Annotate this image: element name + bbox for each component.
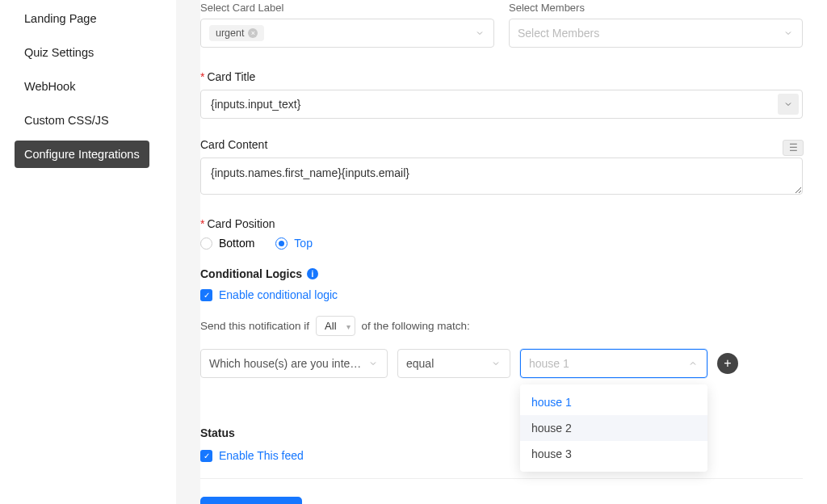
card-title-action-icon[interactable] <box>778 94 799 115</box>
enable-this-feed-toggle[interactable]: ✓ Enable This feed <box>200 449 803 462</box>
chevron-down-icon <box>487 355 505 372</box>
condition-value-text: house 1 <box>529 357 569 370</box>
radio-icon <box>275 237 288 250</box>
sidebar-item-quiz-settings[interactable]: Quiz Settings <box>15 39 162 66</box>
status-title: Status <box>200 426 803 439</box>
sidebar-item-landing-page[interactable]: Landing Page <box>15 5 162 32</box>
save-feed-button[interactable]: ✓ Save Feed <box>200 497 302 504</box>
card-label-select[interactable]: urgent × <box>200 19 494 48</box>
card-label-tag: urgent × <box>209 25 264 41</box>
main-content: Select Card Label urgent × Select Member… <box>200 0 827 504</box>
chevron-down-icon: ▾ <box>346 321 351 330</box>
radio-icon <box>200 237 212 250</box>
sidebar-item-configure-integrations[interactable]: Configure Integrations <box>15 141 149 168</box>
condition-field-select[interactable]: Which house(s) are you interested in? <box>200 349 388 378</box>
chevron-down-icon <box>364 355 382 372</box>
chevron-down-icon <box>471 24 489 42</box>
dropdown-option[interactable]: house 1 <box>520 389 707 415</box>
tag-remove-icon[interactable]: × <box>248 28 258 38</box>
card-title-input[interactable] <box>200 90 803 119</box>
sidebar-item-webhook[interactable]: WebHook <box>15 73 162 100</box>
condition-value-dropdown: house 1 house 2 house 3 <box>520 384 707 472</box>
card-label-tag-text: urgent <box>216 27 244 39</box>
checkbox-icon: ✓ <box>200 450 212 462</box>
match-mode-value: All <box>325 320 336 332</box>
cond-sentence-post: of the following match: <box>362 320 470 332</box>
members-placeholder: Select Members <box>518 27 599 40</box>
condition-field-value: Which house(s) are you interested in? <box>209 357 364 370</box>
card-title-label: *Card Title <box>200 70 803 83</box>
checkbox-icon: ✓ <box>200 289 212 301</box>
radio-top-label: Top <box>294 237 313 250</box>
card-content-label: Card Content <box>200 138 267 151</box>
card-position-label: *Card Position <box>200 217 803 230</box>
cond-sentence-pre: Send this notification if <box>200 320 309 332</box>
members-select[interactable]: Select Members <box>509 19 803 48</box>
members-title: Select Members <box>509 2 803 14</box>
enable-this-feed-label: Enable This feed <box>219 449 304 462</box>
radio-bottom-label: Bottom <box>219 237 254 250</box>
add-condition-button[interactable]: + <box>717 353 738 374</box>
radio-top[interactable]: Top <box>275 237 313 250</box>
condition-value-select[interactable]: house 1 <box>520 349 707 378</box>
enable-conditional-logic-toggle[interactable]: ✓ Enable conditional logic <box>200 288 803 301</box>
condition-operator-value: equal <box>406 357 434 370</box>
insert-field-icon[interactable]: ☰ <box>783 140 804 156</box>
dropdown-option[interactable]: house 3 <box>520 441 707 467</box>
divider <box>200 478 803 479</box>
sidebar: Landing Page Quiz Settings WebHook Custo… <box>0 0 176 504</box>
match-mode-select[interactable]: All ▾ <box>316 316 355 336</box>
card-label-title: Select Card Label <box>200 2 494 14</box>
condition-operator-select[interactable]: equal <box>397 349 510 378</box>
chevron-down-icon <box>779 24 797 42</box>
info-icon[interactable]: i <box>307 268 318 279</box>
chevron-up-icon <box>684 355 702 372</box>
enable-conditional-logic-label: Enable conditional logic <box>219 288 338 301</box>
sidebar-item-custom-css-js[interactable]: Custom CSS/JS <box>15 107 162 134</box>
card-content-textarea[interactable] <box>200 158 803 195</box>
conditional-logics-title: Conditional Logics <box>200 267 302 280</box>
radio-bottom[interactable]: Bottom <box>200 237 254 250</box>
dropdown-option[interactable]: house 2 <box>520 415 707 441</box>
